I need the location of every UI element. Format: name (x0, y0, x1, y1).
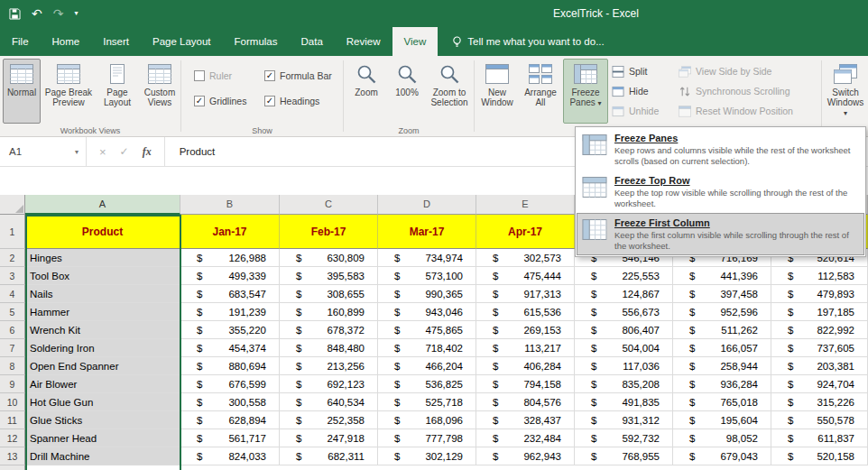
gridlines-checkbox[interactable]: ✓ Gridlines (194, 96, 246, 106)
cell-A6[interactable]: Wrench Kit (25, 321, 180, 339)
row-header-1[interactable]: 1 (0, 215, 25, 249)
cell-C13[interactable]: $682,311 (280, 447, 378, 465)
cell-A9[interactable]: Air Blower (25, 375, 180, 393)
cell-H10[interactable]: $315,226 (771, 393, 868, 411)
column-header-A[interactable]: A (25, 195, 180, 215)
cell-C1[interactable]: Feb-17 (280, 215, 378, 249)
new-window-button[interactable]: New Window (476, 59, 518, 124)
select-all-button[interactable] (0, 195, 25, 215)
cell-D10[interactable]: $525,718 (378, 393, 476, 411)
cell-E10[interactable]: $804,576 (476, 393, 575, 411)
cell-H3[interactable]: $112,583 (771, 267, 868, 285)
cell-B4[interactable]: $683,547 (180, 285, 280, 303)
cell-C9[interactable]: $692,123 (280, 375, 378, 393)
cell-C3[interactable]: $395,583 (280, 267, 378, 285)
cell-G4[interactable]: $397,458 (673, 285, 771, 303)
cell-F11[interactable]: $931,312 (575, 411, 673, 429)
cell-E12[interactable]: $232,484 (476, 429, 575, 447)
cell-F12[interactable]: $592,732 (575, 429, 673, 447)
tab-home[interactable]: Home (41, 27, 92, 56)
cell-F13[interactable]: $768,955 (575, 447, 673, 465)
cell-F4[interactable]: $124,867 (575, 285, 673, 303)
cell-D11[interactable]: $168,096 (378, 411, 476, 429)
cell-B1[interactable]: Jan-17 (180, 215, 280, 249)
cell-A3[interactable]: Tool Box (25, 267, 180, 285)
name-box-caret-icon[interactable]: ▾ (75, 148, 78, 156)
tab-insert[interactable]: Insert (91, 27, 141, 56)
cell-E5[interactable]: $615,536 (476, 303, 575, 321)
custom-views-button[interactable]: Custom Views (140, 59, 180, 124)
cell-G5[interactable]: $952,596 (673, 303, 771, 321)
cell-G11[interactable]: $195,604 (673, 411, 771, 429)
cell-A8[interactable]: Open End Spanner (25, 357, 180, 375)
cell-C10[interactable]: $640,534 (280, 393, 378, 411)
page-layout-view-button[interactable]: Page Layout (97, 59, 138, 124)
row-header-5[interactable]: 5 (0, 303, 25, 321)
cell-G12[interactable]: $98,052 (673, 429, 771, 447)
cell-E6[interactable]: $269,153 (476, 321, 575, 339)
row-header-10[interactable]: 10 (0, 393, 25, 411)
column-header-C[interactable]: C (280, 195, 378, 215)
cell-H11[interactable]: $550,578 (771, 411, 868, 429)
cell-D6[interactable]: $475,865 (378, 321, 476, 339)
zoom-100-button[interactable]: 100% (389, 59, 425, 124)
cell-E4[interactable]: $917,313 (476, 285, 575, 303)
zoom-button[interactable]: Zoom (347, 59, 385, 124)
cell-F3[interactable]: $225,553 (575, 267, 673, 285)
cell-C6[interactable]: $678,372 (280, 321, 378, 339)
cell-B9[interactable]: $676,599 (180, 375, 280, 393)
cell-A4[interactable]: Nails (25, 285, 180, 303)
name-box[interactable]: A1 ▾ (0, 137, 87, 166)
cell-A2[interactable]: Hinges (25, 249, 180, 267)
cell-G13[interactable]: $679,043 (673, 447, 771, 465)
cell-F5[interactable]: $556,673 (575, 303, 673, 321)
column-header-D[interactable]: D (378, 195, 476, 215)
cell-F8[interactable]: $117,036 (575, 357, 673, 375)
cell-H7[interactable]: $737,605 (771, 339, 868, 357)
zoom-to-selection-button[interactable]: Zoom to Selection (427, 59, 472, 124)
cell-B11[interactable]: $628,894 (180, 411, 280, 429)
cell-H9[interactable]: $924,704 (771, 375, 868, 393)
cell-E1[interactable]: Apr-17 (476, 215, 575, 249)
cell-G6[interactable]: $511,262 (673, 321, 771, 339)
insert-function-icon[interactable]: fx (143, 145, 152, 159)
normal-view-button[interactable]: Normal (3, 59, 41, 124)
cell-D5[interactable]: $943,046 (378, 303, 476, 321)
cell-B12[interactable]: $561,717 (180, 429, 280, 447)
menu-item-freeze-first-column[interactable]: Freeze First Column Keep the first colum… (577, 213, 864, 255)
cell-B6[interactable]: $355,220 (180, 321, 280, 339)
save-icon[interactable] (9, 8, 21, 20)
cell-B13[interactable]: $824,033 (180, 447, 280, 465)
menu-item-freeze-top-row[interactable]: Freeze Top Row Keep the top row visible … (577, 170, 864, 213)
cell-D3[interactable]: $573,100 (378, 267, 476, 285)
cell-H12[interactable]: $611,837 (771, 429, 868, 447)
cell-D12[interactable]: $777,798 (378, 429, 476, 447)
cell-C4[interactable]: $308,655 (280, 285, 378, 303)
headings-checkbox[interactable]: ✓ Headings (264, 96, 319, 106)
row-header-9[interactable]: 9 (0, 375, 25, 393)
formula-input[interactable]: Product (165, 137, 216, 166)
arrange-all-button[interactable]: Arrange All (520, 59, 561, 124)
formula-bar-checkbox[interactable]: ✓ Formula Bar (264, 70, 332, 81)
tab-file[interactable]: File (0, 27, 41, 56)
cell-D2[interactable]: $734,974 (378, 249, 476, 267)
cell-E11[interactable]: $328,437 (476, 411, 575, 429)
menu-item-freeze-panes[interactable]: Freeze Panes Keep rows and columns visib… (577, 128, 864, 170)
cell-A11[interactable]: Glue Sticks (25, 411, 180, 429)
cell-H13[interactable]: $520,158 (771, 447, 868, 465)
cell-B5[interactable]: $191,239 (180, 303, 280, 321)
cell-D8[interactable]: $466,204 (378, 357, 476, 375)
tab-review[interactable]: Review (335, 27, 392, 56)
tab-view[interactable]: View (392, 27, 439, 56)
cell-H8[interactable]: $203,381 (771, 357, 868, 375)
cell-G7[interactable]: $166,057 (673, 339, 771, 357)
cell-E13[interactable]: $962,943 (476, 447, 575, 465)
tab-page-layout[interactable]: Page Layout (141, 27, 223, 56)
cell-H5[interactable]: $197,185 (771, 303, 868, 321)
cell-A13[interactable]: Drill Machine (25, 447, 180, 465)
cell-C12[interactable]: $247,918 (280, 429, 378, 447)
cell-G8[interactable]: $258,944 (673, 357, 771, 375)
cell-B7[interactable]: $454,374 (180, 339, 280, 357)
cell-F10[interactable]: $491,835 (575, 393, 673, 411)
cell-H6[interactable]: $822,992 (771, 321, 868, 339)
